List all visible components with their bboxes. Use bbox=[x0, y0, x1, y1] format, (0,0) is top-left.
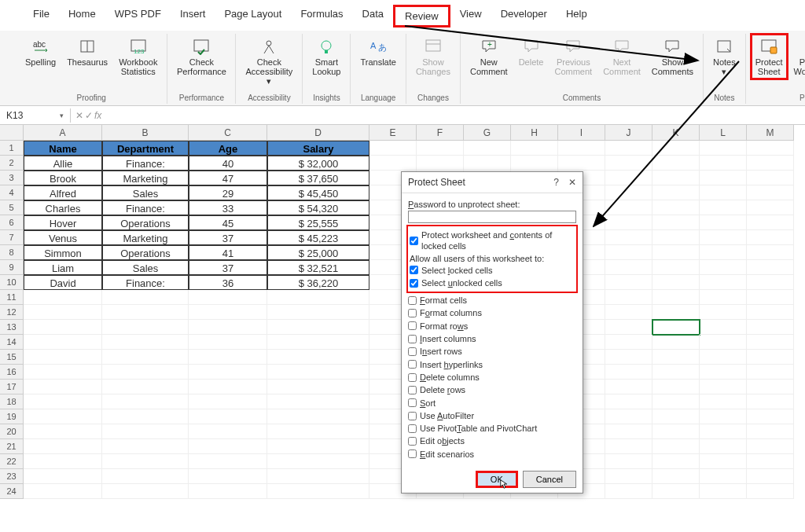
cell-L21[interactable] bbox=[700, 439, 747, 454]
menu-tab-file[interactable]: File bbox=[24, 5, 59, 28]
checkbox[interactable] bbox=[410, 237, 418, 245]
cell-B9[interactable]: Sales bbox=[102, 260, 189, 275]
cell-L23[interactable] bbox=[700, 469, 747, 484]
cell-B24[interactable] bbox=[102, 484, 189, 499]
cell-A6[interactable]: Hover bbox=[24, 215, 102, 230]
col-header-J[interactable]: J bbox=[605, 125, 652, 141]
col-header-H[interactable]: H bbox=[511, 125, 558, 141]
col-header-B[interactable]: B bbox=[102, 125, 189, 141]
cell-A2[interactable]: Allie bbox=[24, 156, 102, 171]
cell-D2[interactable]: $ 32,000 bbox=[267, 156, 369, 171]
cell-A21[interactable] bbox=[24, 439, 102, 454]
cell-K15[interactable] bbox=[652, 350, 700, 365]
cell-A10[interactable]: David bbox=[24, 275, 102, 290]
col-header-K[interactable]: K bbox=[652, 125, 700, 141]
cell-C3[interactable]: 47 bbox=[189, 171, 267, 185]
perm-delete-rows[interactable]: Delete rows bbox=[408, 384, 576, 395]
col-header-C[interactable]: C bbox=[189, 125, 267, 141]
cell-J2[interactable] bbox=[605, 156, 652, 171]
cell-D9[interactable]: $ 32,521 bbox=[267, 260, 369, 275]
cell-K2[interactable] bbox=[652, 156, 700, 171]
cell-B17[interactable] bbox=[102, 380, 189, 394]
cell-L2[interactable] bbox=[700, 156, 747, 171]
cell-B23[interactable] bbox=[102, 469, 189, 484]
cell-A12[interactable] bbox=[24, 305, 102, 320]
cell-K1[interactable] bbox=[652, 141, 700, 156]
row-header-12[interactable]: 12 bbox=[0, 305, 24, 320]
cell-M1[interactable] bbox=[747, 141, 794, 156]
cell-K6[interactable] bbox=[652, 215, 700, 230]
cell-B19[interactable] bbox=[102, 409, 189, 424]
checkbox[interactable] bbox=[408, 335, 417, 343]
cell-D18[interactable] bbox=[267, 394, 369, 409]
cell-M13[interactable] bbox=[747, 320, 794, 335]
cell-M6[interactable] bbox=[747, 215, 794, 230]
cell-B1[interactable]: Department bbox=[102, 141, 189, 156]
cell-D14[interactable] bbox=[267, 335, 369, 350]
cell-B8[interactable]: Operations bbox=[102, 245, 189, 260]
ribbon-show-comments[interactable]: ShowComments bbox=[649, 35, 697, 78]
cell-A4[interactable]: Alfred bbox=[24, 185, 102, 200]
perm-format-rows[interactable]: Format rows bbox=[408, 321, 576, 332]
name-box[interactable]: K13 ▾ bbox=[0, 108, 71, 123]
cell-B21[interactable] bbox=[102, 439, 189, 454]
cell-D23[interactable] bbox=[267, 469, 369, 484]
cell-J11[interactable] bbox=[605, 290, 652, 305]
cell-K13[interactable] bbox=[652, 320, 700, 335]
cell-B14[interactable] bbox=[102, 335, 189, 350]
ribbon-smart-lookup[interactable]: SmartLookup bbox=[309, 35, 344, 78]
cell-C4[interactable]: 29 bbox=[189, 185, 267, 200]
cell-C11[interactable] bbox=[189, 290, 267, 305]
cell-D10[interactable]: $ 36,220 bbox=[267, 275, 369, 290]
cell-L10[interactable] bbox=[700, 275, 747, 290]
cell-J9[interactable] bbox=[605, 260, 652, 275]
cell-K22[interactable] bbox=[652, 454, 700, 469]
row-header-10[interactable]: 10 bbox=[0, 275, 24, 290]
cell-C16[interactable] bbox=[189, 365, 267, 380]
perm-insert-rows[interactable]: Insert rows bbox=[408, 346, 576, 357]
row-header-11[interactable]: 11 bbox=[0, 290, 24, 305]
cell-M8[interactable] bbox=[747, 245, 794, 260]
cell-J18[interactable] bbox=[605, 394, 652, 409]
cell-J24[interactable] bbox=[605, 484, 652, 499]
row-header-19[interactable]: 19 bbox=[0, 409, 24, 424]
cell-D19[interactable] bbox=[267, 409, 369, 424]
cell-L8[interactable] bbox=[700, 245, 747, 260]
cell-K18[interactable] bbox=[652, 394, 700, 409]
cell-A15[interactable] bbox=[24, 350, 102, 365]
cell-M3[interactable] bbox=[747, 171, 794, 185]
checkbox[interactable] bbox=[408, 412, 417, 420]
cell-B16[interactable] bbox=[102, 365, 189, 380]
cell-B7[interactable]: Marketing bbox=[102, 230, 189, 245]
cell-A16[interactable] bbox=[24, 365, 102, 380]
cell-L3[interactable] bbox=[700, 171, 747, 185]
cell-C8[interactable]: 41 bbox=[189, 245, 267, 260]
cell-J19[interactable] bbox=[605, 409, 652, 424]
perm-format-columns[interactable]: Format columns bbox=[408, 307, 576, 318]
row-header-7[interactable]: 7 bbox=[0, 230, 24, 245]
cell-F2[interactable] bbox=[417, 156, 464, 171]
cell-J1[interactable] bbox=[605, 141, 652, 156]
cell-J8[interactable] bbox=[605, 245, 652, 260]
menu-tab-help[interactable]: Help bbox=[557, 5, 597, 28]
cell-L20[interactable] bbox=[700, 424, 747, 439]
row-header-20[interactable]: 20 bbox=[0, 424, 24, 439]
cell-M20[interactable] bbox=[747, 424, 794, 439]
cell-D5[interactable]: $ 54,320 bbox=[267, 200, 369, 215]
cell-C10[interactable]: 36 bbox=[189, 275, 267, 290]
cell-J16[interactable] bbox=[605, 365, 652, 380]
cell-L7[interactable] bbox=[700, 230, 747, 245]
cell-M7[interactable] bbox=[747, 230, 794, 245]
cell-L5[interactable] bbox=[700, 200, 747, 215]
cell-B10[interactable]: Finance: bbox=[102, 275, 189, 290]
col-header-G[interactable]: G bbox=[464, 125, 511, 141]
perm-edit-objects[interactable]: Edit objects bbox=[408, 435, 576, 446]
checkbox[interactable] bbox=[410, 266, 418, 274]
cell-D11[interactable] bbox=[267, 290, 369, 305]
cell-L24[interactable] bbox=[700, 484, 747, 499]
cell-C1[interactable]: Age bbox=[189, 141, 267, 156]
col-header-A[interactable]: A bbox=[24, 125, 102, 141]
cell-M16[interactable] bbox=[747, 365, 794, 380]
row-header-6[interactable]: 6 bbox=[0, 215, 24, 230]
cell-M17[interactable] bbox=[747, 380, 794, 394]
